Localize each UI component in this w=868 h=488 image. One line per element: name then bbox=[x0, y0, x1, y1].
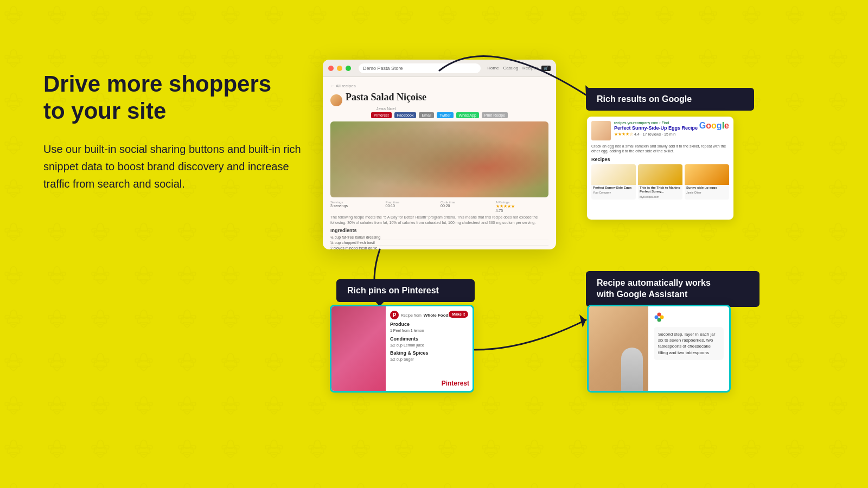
recipe-author: Jena Noel bbox=[346, 106, 426, 111]
author-avatar bbox=[330, 94, 342, 106]
nav-home: Home bbox=[487, 66, 499, 70]
pinterest-label-badge: Rich pins on Pinterest bbox=[336, 279, 475, 302]
left-section: Drive more shoppers to your site Use our… bbox=[43, 70, 304, 192]
recipe-card-image-1 bbox=[591, 164, 636, 185]
pinterest-recipe-image bbox=[331, 306, 386, 391]
browser-content: ← All recipes Pasta Salad Niçoise Jena N… bbox=[323, 77, 556, 249]
browser-min-dot bbox=[337, 66, 342, 71]
pinterest-logo: Pinterest bbox=[442, 378, 469, 388]
pinterest-share-btn[interactable]: Pinterest bbox=[371, 112, 392, 118]
pinterest-baking-item: 1/2 cup Sugar bbox=[390, 357, 468, 363]
recipe-card-name-3: Sunny side up eggs bbox=[685, 185, 729, 191]
google-description: Crack an egg into a small ramekin and sl… bbox=[591, 144, 729, 153]
assistant-card-inner: Second step, layer in each jar six to se… bbox=[589, 306, 729, 391]
browser-url: Demo Pasta Store bbox=[359, 63, 481, 73]
recipe-card-source-2: MyRecipes.com bbox=[638, 195, 682, 200]
facebook-share-btn[interactable]: Facebook bbox=[394, 112, 417, 118]
recipe-card-name-2: This is the Trick to Making Perfect Sunn… bbox=[638, 185, 682, 195]
pinterest-p-icon: P bbox=[390, 311, 399, 319]
google-recipe-card-1: Perfect Sunny-Side Eggs Your Company bbox=[591, 164, 636, 199]
svg-point-4 bbox=[655, 316, 659, 319]
recipe-description: The following recipe meets the "5 A Day … bbox=[330, 215, 548, 226]
google-stars-row: ★★★★☆ 4.4 · 17 reviews · 15 min bbox=[614, 132, 729, 137]
ingredient-1: ¼ cup fat-free Italian dressing bbox=[330, 235, 548, 240]
google-rich-results-card: recipes.yourcompany.com › Find Perfect S… bbox=[587, 117, 733, 220]
svg-point-6 bbox=[660, 316, 664, 319]
speaker-device-shape bbox=[621, 348, 643, 391]
assistant-header bbox=[654, 312, 724, 323]
google-label-badge: Rich results on Google bbox=[586, 88, 754, 111]
pinterest-baking-title: Baking & Spices bbox=[390, 350, 468, 356]
assistant-icon bbox=[654, 312, 665, 323]
recipe-meta: Servings 3 servings Prep time 00:10 Cook… bbox=[330, 201, 548, 213]
google-recipes-label: Recipes bbox=[591, 157, 729, 162]
back-link: ← All recipes bbox=[330, 84, 548, 88]
cart-icon: 🛒 bbox=[541, 66, 551, 71]
google-recipe-card-3: Sunny side up eggs Jamie Oliver bbox=[685, 164, 729, 199]
main-heading: Drive more shoppers to your site bbox=[43, 70, 304, 125]
recipe-card-image-2 bbox=[638, 164, 682, 185]
recipe-card-image-3 bbox=[685, 164, 729, 185]
recipe-social-buttons: Pinterest Facebook Email Twitter WhatsAp… bbox=[330, 112, 548, 118]
assistant-label-badge: Recipe automatically workswith Google As… bbox=[586, 271, 760, 307]
recipe-browser-mockup: Demo Pasta Store Home Catalog Recipes 🛒 … bbox=[323, 60, 556, 249]
ingredient-3: 2 cloves minced fresh garlic bbox=[330, 246, 548, 249]
recipe-title: Pasta Salad Niçoise bbox=[346, 92, 426, 103]
svg-point-5 bbox=[658, 313, 661, 317]
google-recipe-card-2: This is the Trick to Making Perfect Sunn… bbox=[638, 164, 682, 199]
recipe-hero-image bbox=[330, 121, 548, 197]
google-logo: Google bbox=[699, 121, 729, 131]
pinterest-produce-title: Produce bbox=[390, 322, 468, 327]
pinterest-content: P Recipe from Whole Foods Market Make it… bbox=[386, 306, 473, 391]
pinterest-condiments-title: Condiments bbox=[390, 336, 468, 342]
body-text: Use our built-in social sharing buttons … bbox=[43, 140, 304, 192]
pinterest-card-inner: P Recipe from Whole Foods Market Make it… bbox=[331, 306, 473, 391]
assistant-speaker-image bbox=[589, 306, 648, 391]
browser-bar: Demo Pasta Store Home Catalog Recipes 🛒 bbox=[323, 60, 556, 77]
google-assistant-card: Second step, layer in each jar six to se… bbox=[587, 305, 731, 393]
recipe-card-source-3: Jamie Oliver bbox=[685, 191, 729, 195]
nav-recipes: Recipes bbox=[522, 66, 538, 70]
whatsapp-share-btn[interactable]: WhatsApp bbox=[456, 112, 479, 118]
svg-point-7 bbox=[658, 318, 661, 322]
google-result-header: recipes.yourcompany.com › Find Perfect S… bbox=[591, 121, 729, 140]
recipe-card-name-1: Perfect Sunny-Side Eggs bbox=[591, 185, 636, 191]
assistant-speech-bubble: Second step, layer in each jar six to se… bbox=[654, 327, 724, 360]
email-share-btn[interactable]: Email bbox=[419, 112, 434, 118]
recipe-card-source-1: Your Company bbox=[591, 191, 636, 195]
svg-marker-3 bbox=[579, 314, 586, 328]
pinterest-condiments-item: 1/2 cup Lemon juice bbox=[390, 343, 468, 349]
nav-catalog: Catalog bbox=[503, 66, 519, 70]
assistant-content: Second step, layer in each jar six to se… bbox=[648, 306, 729, 391]
ingredient-2: ¼ cup chopped fresh basil bbox=[330, 240, 548, 246]
pinterest-rich-pin-card: P Recipe from Whole Foods Market Make it… bbox=[330, 305, 474, 393]
browser-close-dot bbox=[328, 66, 334, 71]
pinterest-make-it-btn[interactable]: Make it bbox=[449, 311, 468, 318]
twitter-share-btn[interactable]: Twitter bbox=[437, 112, 454, 118]
print-recipe-btn[interactable]: Print Recipe bbox=[482, 112, 508, 118]
pinterest-produce-item: 1 Peel from 1 lemon bbox=[390, 328, 468, 334]
ingredients-title: Ingredients bbox=[330, 228, 548, 233]
google-result-thumbnail bbox=[591, 121, 611, 140]
google-recipe-cards: Perfect Sunny-Side Eggs Your Company Thi… bbox=[591, 164, 729, 199]
browser-max-dot bbox=[346, 66, 351, 71]
